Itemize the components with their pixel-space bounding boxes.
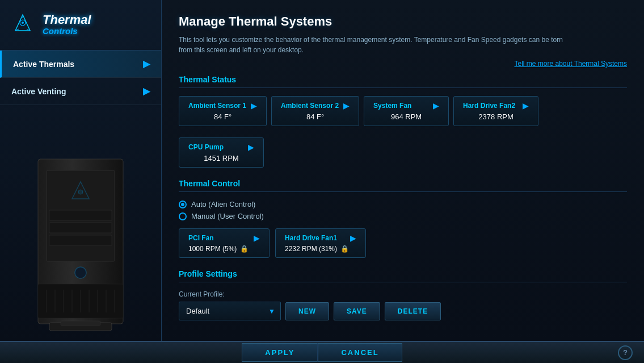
logo-area: Thermal Controls	[0, 0, 161, 51]
help-link[interactable]: Tell me more about Thermal Systems	[514, 60, 627, 68]
page-title: Manage Thermal Systems	[179, 14, 627, 29]
main-content: Manage Thermal Systems This tool lets yo…	[162, 0, 644, 341]
computer-image	[0, 105, 161, 341]
profile-controls: Default ▼ NEW SAVE DELETE	[179, 302, 627, 320]
computer-tower-icon	[15, 148, 146, 335]
thermal-control-header: Thermal Control	[179, 179, 627, 192]
sidebar-item-active-thermals-label: Active Thermals	[13, 60, 74, 69]
sidebar-item-active-thermals[interactable]: Active Thermals ▶	[0, 51, 161, 78]
fan-pci-name: PCI Fan	[188, 234, 214, 242]
sensor-card-hdd-fan2[interactable]: Hard Drive Fan2 ▶ 2378 RPM	[453, 96, 538, 126]
fan-hdd1-name: Hard Drive Fan1	[285, 234, 337, 242]
fan-pci-lock-icon: 🔒	[240, 245, 249, 253]
sensor-grid: Ambient Sensor 1 ▶ 84 F° Ambient Sensor …	[179, 96, 627, 126]
fan-card-pci[interactable]: PCI Fan ▶ 1000 RPM (5%) 🔒	[179, 228, 270, 258]
sidebar-item-active-venting-label: Active Venting	[11, 87, 66, 96]
svg-rect-13	[49, 235, 112, 245]
sidebar-active-thermals-arrow-icon: ▶	[143, 59, 150, 69]
sensor-ambient2-arrow-icon: ▶	[343, 101, 350, 110]
svg-rect-11	[49, 210, 112, 220]
sensor-card-cpu-pump[interactable]: CPU Pump ▶ 1451 RPM	[179, 137, 264, 168]
fan-controls: PCI Fan ▶ 1000 RPM (5%) 🔒 Hard Drive Fan…	[179, 228, 627, 258]
svg-point-3	[22, 22, 24, 24]
sensor-ambient1-name: Ambient Sensor 1	[188, 102, 246, 110]
logo-text: Thermal Controls	[43, 13, 91, 36]
profile-select-wrapper: Default ▼	[179, 302, 281, 320]
profile-settings-section: Profile Settings Current Profile: Defaul…	[179, 269, 627, 320]
radio-manual-circle	[179, 212, 187, 220]
cancel-button[interactable]: CANCEL	[318, 343, 402, 362]
save-profile-button[interactable]: SAVE	[334, 302, 380, 320]
radio-auto-label: Auto (Alien Control)	[191, 200, 255, 208]
sensor-ambient2-value: 84 F°	[281, 112, 350, 121]
new-profile-button[interactable]: NEW	[285, 302, 329, 320]
current-profile-label: Current Profile:	[179, 290, 627, 298]
sensor-cpu-pump-arrow-icon: ▶	[248, 143, 254, 152]
sidebar-item-active-venting[interactable]: Active Venting ▶	[0, 78, 161, 105]
profile-settings-header: Profile Settings	[179, 269, 627, 282]
radio-manual[interactable]: Manual (User Control)	[179, 212, 627, 220]
logo-controls-label: Controls	[43, 27, 91, 36]
sensor-ambient2-name: Ambient Sensor 2	[281, 102, 339, 110]
radio-manual-label: Manual (User Control)	[191, 212, 264, 220]
radio-group: Auto (Alien Control) Manual (User Contro…	[179, 200, 627, 220]
thermal-status-header: Thermal Status	[179, 75, 627, 88]
sensor-ambient1-arrow-icon: ▶	[251, 101, 257, 110]
thermal-control-section: Thermal Control Auto (Alien Control) Man…	[179, 179, 627, 258]
page-description: This tool lets you customize the behavio…	[179, 35, 576, 55]
fan-hdd1-lock-icon: 🔒	[340, 245, 349, 253]
svg-point-24	[75, 267, 86, 278]
bottom-bar: APPLY CANCEL ?	[0, 341, 644, 363]
delete-profile-button[interactable]: DELETE	[385, 302, 441, 320]
sensor-hdd-fan2-name: Hard Drive Fan2	[463, 102, 515, 110]
sensor-cpu-pump-value: 1451 RPM	[188, 154, 254, 162]
radio-auto-circle	[179, 201, 187, 208]
fan-pci-arrow-icon: ▶	[254, 233, 260, 243]
fan-hdd1-arrow-icon: ▶	[350, 233, 356, 243]
svg-rect-26	[61, 321, 100, 326]
sensor-system-fan-value: 964 RPM	[373, 112, 439, 121]
sensor-hdd-fan2-arrow-icon: ▶	[523, 101, 529, 110]
help-circle-button[interactable]: ?	[618, 345, 633, 360]
sensor-system-fan-name: System Fan	[373, 102, 411, 110]
fan-hdd1-value: 2232 RPM (31%)	[285, 245, 337, 253]
sensor-hdd-fan2-value: 2378 RPM	[463, 112, 529, 121]
sidebar: Thermal Controls Active Thermals ▶ Activ…	[0, 0, 162, 341]
svg-point-10	[78, 190, 83, 194]
sensor-card-ambient2[interactable]: Ambient Sensor 2 ▶ 84 F°	[271, 96, 359, 126]
sensor-card-system-fan[interactable]: System Fan ▶ 964 RPM	[364, 96, 449, 126]
svg-rect-12	[49, 223, 112, 233]
thermal-status-section: Thermal Status Ambient Sensor 1 ▶ 84 F° …	[179, 75, 627, 168]
profile-select[interactable]: Default	[179, 302, 281, 320]
logo-thermal-label: Thermal	[43, 13, 91, 27]
sensor-grid-row2: CPU Pump ▶ 1451 RPM	[179, 137, 627, 168]
fan-card-hdd1[interactable]: Hard Drive Fan1 ▶ 2232 RPM (31%) 🔒	[275, 228, 366, 258]
fan-pci-value: 1000 RPM (5%)	[188, 245, 237, 253]
app-logo-icon	[9, 10, 37, 39]
sensor-ambient1-value: 84 F°	[188, 112, 257, 121]
sidebar-active-venting-arrow-icon: ▶	[143, 86, 150, 97]
sensor-system-fan-arrow-icon: ▶	[433, 101, 439, 110]
radio-auto[interactable]: Auto (Alien Control)	[179, 200, 627, 208]
sensor-card-ambient1[interactable]: Ambient Sensor 1 ▶ 84 F°	[179, 96, 267, 126]
apply-button[interactable]: APPLY	[242, 343, 318, 362]
sensor-cpu-pump-name: CPU Pump	[188, 143, 224, 151]
